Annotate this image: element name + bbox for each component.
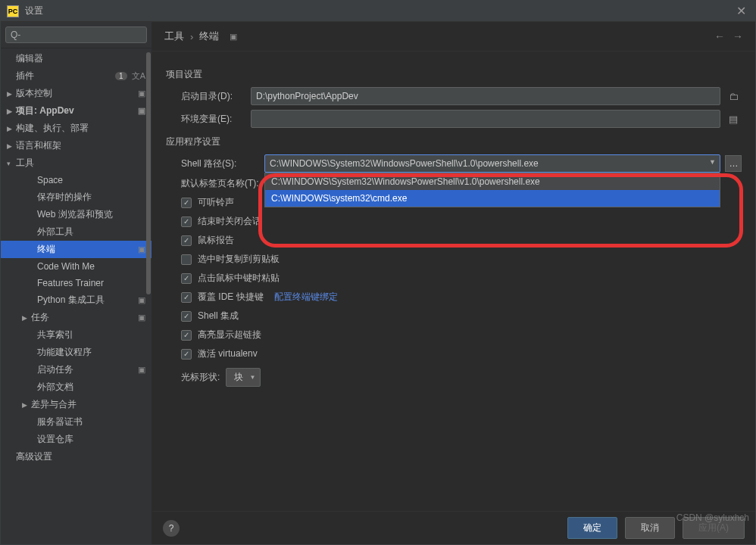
gear-icon: ▣ bbox=[138, 365, 145, 375]
gear-icon: ▣ bbox=[138, 106, 145, 116]
dropdown-option-powershell[interactable]: C:\WINDOWS\System32\WindowsPowerShell\v1… bbox=[265, 173, 720, 190]
env-vars-input[interactable] bbox=[251, 110, 720, 128]
gear-icon: ▣ bbox=[138, 295, 145, 305]
sidebar-item-server-cert[interactable]: 服务器证书 bbox=[1, 413, 152, 431]
checkbox-override-ide[interactable]: 覆盖 IDE 快捷键配置终端键绑定 bbox=[181, 291, 742, 304]
cursor-shape-label: 光标形状: bbox=[181, 371, 220, 384]
back-arrow-icon[interactable]: ← bbox=[714, 30, 725, 42]
sidebar-item-features-trainer[interactable]: Features Trainer bbox=[1, 275, 152, 291]
tab-name-label: 默认标签页名称(T): bbox=[181, 177, 264, 190]
sidebar-item-external-docs[interactable]: 外部文档 bbox=[1, 378, 152, 396]
translate-icon: 文A bbox=[132, 70, 145, 82]
chevron-right-icon[interactable]: ▶ bbox=[22, 314, 30, 322]
start-dir-label: 启动目录(D): bbox=[181, 90, 251, 103]
checkbox-activate-venv[interactable]: 激活 virtualenv bbox=[181, 347, 742, 360]
section-app: 应用程序设置 bbox=[166, 135, 742, 148]
sidebar-item-startup-tasks[interactable]: 启动任务▣ bbox=[1, 361, 152, 378]
cursor-shape-select[interactable]: 块▼ bbox=[226, 368, 261, 387]
gear-icon: ▣ bbox=[230, 32, 237, 42]
sidebar-item-settings-repo[interactable]: 设置仓库 bbox=[1, 431, 152, 448]
breadcrumb-part: 工具 bbox=[164, 30, 184, 43]
sidebar: 编辑器 插件1文A ▶版本控制▣ ▶项目: AppDev▣ ▶构建、执行、部署 … bbox=[1, 22, 152, 544]
shell-path-input[interactable] bbox=[264, 154, 720, 173]
section-project: 项目设置 bbox=[166, 68, 742, 81]
titlebar: PC 设置 ✕ bbox=[1, 1, 755, 22]
checkbox-copy-select[interactable]: 选中时复制到剪贴板 bbox=[181, 253, 742, 266]
scrollbar[interactable] bbox=[145, 49, 152, 544]
chevron-right-icon[interactable]: ▶ bbox=[7, 142, 14, 150]
chevron-down-icon: ▼ bbox=[249, 374, 255, 381]
sidebar-item-plugins[interactable]: 插件1文A bbox=[1, 67, 152, 85]
chevron-right-icon: › bbox=[190, 31, 193, 42]
close-icon[interactable]: ✕ bbox=[733, 4, 749, 18]
sidebar-item-feature-suggester[interactable]: 功能建议程序 bbox=[1, 344, 152, 361]
sidebar-item-build[interactable]: ▶构建、执行、部署 bbox=[1, 120, 152, 137]
chevron-down-icon[interactable]: ▾ bbox=[7, 160, 14, 167]
breadcrumb-part: 终端 bbox=[199, 30, 219, 43]
apply-button[interactable]: 应用(A) bbox=[683, 517, 745, 539]
app-logo: PC bbox=[7, 5, 19, 17]
window-title: 设置 bbox=[25, 5, 43, 17]
folder-icon[interactable]: 🗀 bbox=[725, 88, 742, 104]
checkbox-highlight-links[interactable]: 高亮显示超链接 bbox=[181, 329, 742, 341]
checkbox-close-session[interactable]: 结束时关闭会话 bbox=[181, 215, 742, 228]
chevron-right-icon[interactable]: ▶ bbox=[7, 90, 14, 98]
sidebar-item-python-tools[interactable]: Python 集成工具▣ bbox=[1, 291, 152, 309]
settings-tree: 编辑器 插件1文A ▶版本控制▣ ▶项目: AppDev▣ ▶构建、执行、部署 … bbox=[1, 48, 152, 544]
sidebar-item-lang[interactable]: ▶语言和框架 bbox=[1, 137, 152, 154]
ok-button[interactable]: 确定 bbox=[567, 517, 617, 539]
sidebar-item-codewithme[interactable]: Code With Me bbox=[1, 258, 152, 275]
gear-icon: ▣ bbox=[138, 313, 145, 322]
search-input[interactable] bbox=[5, 26, 147, 43]
sidebar-item-save-actions[interactable]: 保存时的操作 bbox=[1, 188, 152, 206]
cancel-button[interactable]: 取消 bbox=[625, 517, 675, 539]
sidebar-item-terminal[interactable]: 终端▣ bbox=[1, 241, 152, 258]
sidebar-item-editor[interactable]: 编辑器 bbox=[1, 50, 152, 67]
configure-bindings-link[interactable]: 配置终端键绑定 bbox=[274, 291, 338, 304]
forward-arrow-icon[interactable]: → bbox=[733, 30, 743, 42]
chevron-right-icon[interactable]: ▶ bbox=[7, 125, 14, 132]
sidebar-item-external-tools[interactable]: 外部工具 bbox=[1, 223, 152, 241]
dropdown-option-cmd[interactable]: C:\WINDOWS\system32\cmd.exe bbox=[265, 190, 720, 207]
list-icon[interactable]: ▤ bbox=[725, 111, 742, 127]
chevron-right-icon[interactable]: ▶ bbox=[22, 401, 30, 409]
browse-button[interactable]: … bbox=[725, 155, 742, 172]
sidebar-item-advanced[interactable]: 高级设置 bbox=[1, 448, 152, 466]
help-button[interactable]: ? bbox=[163, 520, 180, 537]
gear-icon: ▣ bbox=[138, 89, 145, 98]
breadcrumb: 工具 › 终端 ▣ bbox=[164, 30, 237, 43]
sidebar-item-tasks[interactable]: ▶任务▣ bbox=[1, 309, 152, 326]
shell-path-label: Shell 路径(S): bbox=[181, 157, 264, 170]
checkbox-mouse-report[interactable]: 鼠标报告 bbox=[181, 234, 742, 247]
sidebar-item-diff[interactable]: ▶差异与合并 bbox=[1, 396, 152, 413]
sidebar-item-space[interactable]: Space bbox=[1, 172, 152, 188]
shell-path-dropdown: C:\WINDOWS\System32\WindowsPowerShell\v1… bbox=[264, 173, 720, 207]
sidebar-item-browsers[interactable]: Web 浏览器和预览 bbox=[1, 206, 152, 223]
sidebar-item-project[interactable]: ▶项目: AppDev▣ bbox=[1, 102, 152, 120]
checkbox-middle-paste[interactable]: 点击鼠标中键时粘贴 bbox=[181, 272, 742, 285]
chevron-right-icon[interactable]: ▶ bbox=[7, 107, 14, 115]
sidebar-item-shared-idx[interactable]: 共享索引 bbox=[1, 326, 152, 344]
start-dir-input[interactable] bbox=[251, 87, 720, 105]
sidebar-item-tools[interactable]: ▾工具 bbox=[1, 154, 152, 172]
checkbox-shell-integration[interactable]: Shell 集成 bbox=[181, 310, 742, 322]
gear-icon: ▣ bbox=[138, 244, 145, 254]
env-vars-label: 环境变量(E): bbox=[181, 113, 251, 126]
sidebar-item-vcs[interactable]: ▶版本控制▣ bbox=[1, 85, 152, 102]
